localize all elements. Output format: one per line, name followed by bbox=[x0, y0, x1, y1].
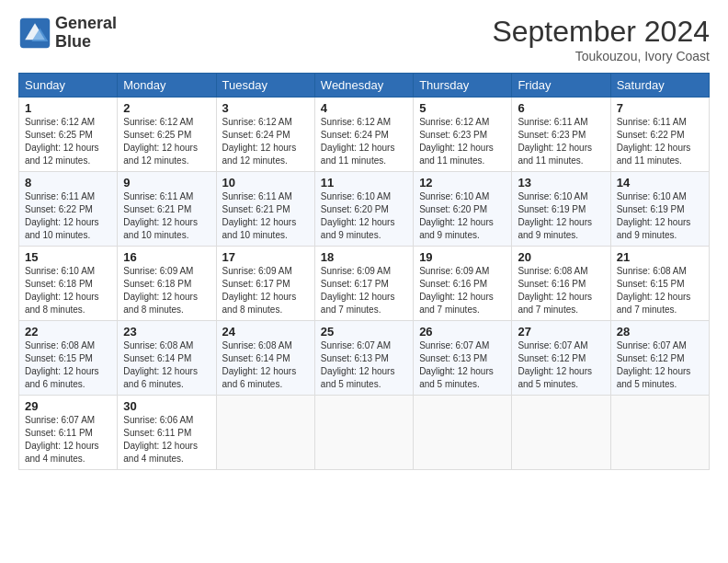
day-number: 1 bbox=[25, 101, 111, 115]
calendar-cell: 22 Sunrise: 6:08 AM Sunset: 6:15 PM Dayl… bbox=[19, 321, 118, 396]
daylight-label: Daylight: 12 hours and 8 minutes. bbox=[25, 292, 99, 315]
day-info: Sunrise: 6:11 AM Sunset: 6:23 PM Dayligh… bbox=[518, 116, 604, 167]
day-info: Sunrise: 6:12 AM Sunset: 6:24 PM Dayligh… bbox=[321, 116, 407, 167]
sunrise-label: Sunrise: 6:07 AM bbox=[25, 415, 95, 425]
day-number: 20 bbox=[518, 250, 604, 264]
day-info: Sunrise: 6:11 AM Sunset: 6:21 PM Dayligh… bbox=[222, 190, 309, 242]
sunrise-label: Sunrise: 6:08 AM bbox=[222, 340, 292, 350]
day-info: Sunrise: 6:09 AM Sunset: 6:17 PM Dayligh… bbox=[222, 265, 309, 316]
daylight-label: Daylight: 12 hours and 10 minutes. bbox=[25, 217, 99, 240]
calendar-cell: 25 Sunrise: 6:07 AM Sunset: 6:13 PM Dayl… bbox=[314, 321, 413, 396]
day-info: Sunrise: 6:08 AM Sunset: 6:14 PM Dayligh… bbox=[123, 339, 210, 391]
weekday-header: Sunday bbox=[19, 74, 118, 98]
calendar-week-row: 8 Sunrise: 6:11 AM Sunset: 6:22 PM Dayli… bbox=[19, 172, 710, 247]
sunrise-label: Sunrise: 6:08 AM bbox=[518, 266, 587, 276]
calendar-cell: 19 Sunrise: 6:09 AM Sunset: 6:16 PM Dayl… bbox=[414, 247, 512, 321]
sunset-label: Sunset: 6:12 PM bbox=[518, 353, 586, 363]
calendar-cell: 21 Sunrise: 6:08 AM Sunset: 6:15 PM Dayl… bbox=[610, 247, 709, 321]
daylight-label: Daylight: 12 hours and 8 minutes. bbox=[123, 292, 198, 315]
day-number: 26 bbox=[419, 325, 506, 339]
daylight-label: Daylight: 12 hours and 5 minutes. bbox=[617, 366, 691, 389]
sunrise-label: Sunrise: 6:12 AM bbox=[419, 117, 489, 127]
sunrise-label: Sunrise: 6:10 AM bbox=[617, 191, 687, 201]
calendar-cell bbox=[512, 396, 610, 470]
day-info: Sunrise: 6:09 AM Sunset: 6:16 PM Dayligh… bbox=[419, 265, 506, 316]
sunset-label: Sunset: 6:22 PM bbox=[617, 130, 685, 140]
sunrise-label: Sunrise: 6:06 AM bbox=[123, 415, 193, 425]
calendar: SundayMondayTuesdayWednesdayThursdayFrid… bbox=[18, 73, 710, 470]
daylight-label: Daylight: 12 hours and 9 minutes. bbox=[617, 217, 691, 240]
calendar-cell: 30 Sunrise: 6:06 AM Sunset: 6:11 PM Dayl… bbox=[118, 396, 216, 470]
day-info: Sunrise: 6:08 AM Sunset: 6:15 PM Dayligh… bbox=[617, 265, 703, 316]
calendar-cell: 7 Sunrise: 6:11 AM Sunset: 6:22 PM Dayli… bbox=[610, 98, 709, 172]
sunrise-label: Sunrise: 6:11 AM bbox=[25, 191, 95, 201]
day-info: Sunrise: 6:12 AM Sunset: 6:25 PM Dayligh… bbox=[123, 116, 210, 167]
day-number: 12 bbox=[419, 176, 506, 190]
month-title: September 2024 bbox=[492, 15, 710, 49]
sunrise-label: Sunrise: 6:07 AM bbox=[419, 340, 489, 350]
calendar-cell: 29 Sunrise: 6:07 AM Sunset: 6:11 PM Dayl… bbox=[19, 396, 118, 470]
day-info: Sunrise: 6:11 AM Sunset: 6:22 PM Dayligh… bbox=[617, 116, 703, 167]
calendar-cell: 5 Sunrise: 6:12 AM Sunset: 6:23 PM Dayli… bbox=[414, 98, 512, 172]
logo-icon bbox=[18, 17, 51, 50]
sunset-label: Sunset: 6:13 PM bbox=[321, 353, 389, 363]
daylight-label: Daylight: 12 hours and 7 minutes. bbox=[518, 292, 592, 315]
calendar-cell bbox=[314, 396, 413, 470]
day-info: Sunrise: 6:07 AM Sunset: 6:11 PM Dayligh… bbox=[25, 414, 111, 465]
daylight-label: Daylight: 12 hours and 4 minutes. bbox=[25, 441, 99, 464]
sunset-label: Sunset: 6:11 PM bbox=[25, 428, 93, 438]
day-number: 29 bbox=[25, 399, 111, 413]
calendar-cell: 1 Sunrise: 6:12 AM Sunset: 6:25 PM Dayli… bbox=[19, 98, 118, 172]
sunset-label: Sunset: 6:21 PM bbox=[222, 204, 290, 214]
sunset-label: Sunset: 6:14 PM bbox=[123, 353, 191, 363]
weekday-header: Wednesday bbox=[314, 74, 413, 98]
calendar-cell: 27 Sunrise: 6:07 AM Sunset: 6:12 PM Dayl… bbox=[512, 321, 610, 396]
day-number: 10 bbox=[222, 176, 309, 190]
calendar-cell: 8 Sunrise: 6:11 AM Sunset: 6:22 PM Dayli… bbox=[19, 172, 118, 247]
title-area: September 2024 Toukouzou, Ivory Coast bbox=[492, 15, 710, 63]
daylight-label: Daylight: 12 hours and 10 minutes. bbox=[123, 217, 198, 240]
calendar-cell: 11 Sunrise: 6:10 AM Sunset: 6:20 PM Dayl… bbox=[314, 172, 413, 247]
day-number: 28 bbox=[617, 325, 703, 339]
sunrise-label: Sunrise: 6:10 AM bbox=[25, 266, 95, 276]
day-info: Sunrise: 6:12 AM Sunset: 6:24 PM Dayligh… bbox=[222, 116, 309, 167]
sunset-label: Sunset: 6:17 PM bbox=[321, 279, 389, 289]
day-number: 15 bbox=[25, 250, 111, 264]
daylight-label: Daylight: 12 hours and 5 minutes. bbox=[321, 366, 395, 389]
calendar-cell: 20 Sunrise: 6:08 AM Sunset: 6:16 PM Dayl… bbox=[512, 247, 610, 321]
calendar-cell bbox=[216, 396, 314, 470]
day-info: Sunrise: 6:08 AM Sunset: 6:16 PM Dayligh… bbox=[518, 265, 604, 316]
day-info: Sunrise: 6:12 AM Sunset: 6:25 PM Dayligh… bbox=[25, 116, 111, 167]
weekday-header: Saturday bbox=[610, 74, 709, 98]
daylight-label: Daylight: 12 hours and 6 minutes. bbox=[123, 366, 198, 389]
day-number: 4 bbox=[321, 101, 407, 115]
calendar-cell bbox=[610, 396, 709, 470]
sunset-label: Sunset: 6:12 PM bbox=[617, 353, 685, 363]
day-number: 22 bbox=[25, 325, 111, 339]
day-info: Sunrise: 6:11 AM Sunset: 6:21 PM Dayligh… bbox=[123, 190, 210, 242]
day-info: Sunrise: 6:12 AM Sunset: 6:23 PM Dayligh… bbox=[419, 116, 506, 167]
sunset-label: Sunset: 6:23 PM bbox=[419, 130, 487, 140]
sunrise-label: Sunrise: 6:12 AM bbox=[321, 117, 391, 127]
daylight-label: Daylight: 12 hours and 9 minutes. bbox=[518, 217, 592, 240]
logo: General Blue bbox=[18, 15, 117, 52]
sunset-label: Sunset: 6:16 PM bbox=[518, 279, 586, 289]
daylight-label: Daylight: 12 hours and 11 minutes. bbox=[617, 143, 691, 166]
day-number: 13 bbox=[518, 176, 604, 190]
day-number: 6 bbox=[518, 101, 604, 115]
weekday-header: Thursday bbox=[414, 74, 512, 98]
day-number: 21 bbox=[617, 250, 703, 264]
calendar-cell: 10 Sunrise: 6:11 AM Sunset: 6:21 PM Dayl… bbox=[216, 172, 314, 247]
sunset-label: Sunset: 6:22 PM bbox=[25, 204, 93, 214]
calendar-cell: 17 Sunrise: 6:09 AM Sunset: 6:17 PM Dayl… bbox=[216, 247, 314, 321]
day-number: 2 bbox=[123, 101, 210, 115]
sunrise-label: Sunrise: 6:08 AM bbox=[617, 266, 687, 276]
header: General Blue September 2024 Toukouzou, I… bbox=[18, 15, 710, 63]
daylight-label: Daylight: 12 hours and 12 minutes. bbox=[222, 143, 297, 166]
day-info: Sunrise: 6:06 AM Sunset: 6:11 PM Dayligh… bbox=[123, 414, 210, 465]
day-number: 16 bbox=[123, 250, 210, 264]
daylight-label: Daylight: 12 hours and 9 minutes. bbox=[419, 217, 494, 240]
sunrise-label: Sunrise: 6:07 AM bbox=[518, 340, 587, 350]
calendar-cell: 4 Sunrise: 6:12 AM Sunset: 6:24 PM Dayli… bbox=[314, 98, 413, 172]
day-number: 17 bbox=[222, 250, 309, 264]
